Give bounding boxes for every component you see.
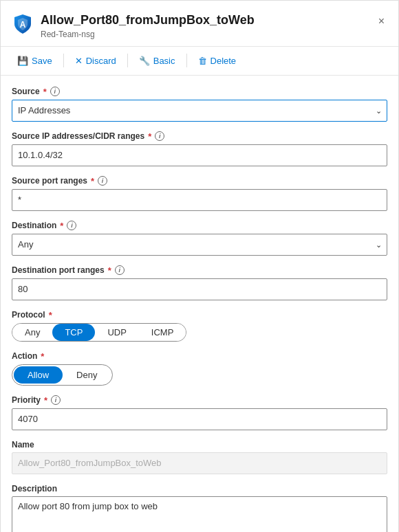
destination-port-info-icon[interactable]: i [115, 265, 125, 275]
source-label: Source * i [12, 87, 387, 97]
discard-icon: ✕ [75, 56, 83, 66]
source-port-input[interactable] [12, 189, 387, 211]
destination-port-group: Destination port ranges * i [12, 265, 387, 300]
description-group: Description [12, 484, 387, 532]
action-allow-button[interactable]: Allow [14, 366, 63, 384]
shield-icon: A [12, 13, 34, 35]
description-label: Description [12, 484, 387, 494]
action-required: * [41, 351, 44, 362]
delete-label: Delete [211, 56, 237, 66]
name-label: Name [12, 440, 387, 450]
save-label: Save [32, 56, 52, 66]
source-port-info-icon[interactable]: i [98, 176, 107, 186]
wrench-icon: 🔧 [139, 56, 150, 66]
source-info-icon[interactable]: i [50, 87, 60, 96]
toolbar-separator-3 [186, 54, 187, 67]
source-port-required: * [91, 176, 94, 186]
priority-input[interactable] [12, 408, 387, 430]
protocol-toggle-group: Any TCP UDP ICMP [12, 323, 186, 342]
source-group: Source * i IP Addresses Any Service Tag … [12, 87, 387, 122]
priority-info-icon[interactable]: i [51, 395, 61, 405]
priority-label: Priority * i [12, 395, 387, 406]
protocol-group: Protocol * Any TCP UDP ICMP [12, 310, 387, 342]
name-input [12, 452, 387, 474]
action-deny-button[interactable]: Deny [63, 366, 111, 384]
basic-label: Basic [153, 56, 175, 66]
source-ip-required: * [148, 131, 151, 142]
protocol-required: * [49, 310, 52, 320]
discard-label: Discard [86, 56, 116, 66]
destination-select-wrapper: Any IP Addresses Service Tag Application… [12, 234, 387, 256]
delete-icon: 🗑 [198, 56, 207, 66]
toolbar-separator-2 [127, 54, 128, 67]
destination-select[interactable]: Any IP Addresses Service Tag Application… [12, 234, 387, 256]
source-port-group: Source port ranges * i [12, 176, 387, 211]
action-toggle-group: Allow Deny [12, 364, 113, 386]
source-ip-info-icon[interactable]: i [155, 131, 164, 141]
source-ip-input[interactable] [12, 144, 387, 166]
toolbar: 💾 Save ✕ Discard 🔧 Basic 🗑 Delete [1, 47, 398, 76]
toolbar-separator [63, 54, 64, 67]
header-text: Allow_Port80_fromJumpBox_toWeb Red-Team-… [41, 13, 376, 39]
source-port-label: Source port ranges * i [12, 176, 387, 186]
protocol-label: Protocol * [12, 310, 387, 320]
action-label: Action * [12, 351, 387, 362]
protocol-any-button[interactable]: Any [12, 324, 52, 341]
save-button[interactable]: 💾 Save [12, 52, 58, 69]
panel-title: Allow_Port80_fromJumpBox_toWeb [41, 13, 376, 28]
source-ip-label: Source IP addresses/CIDR ranges * i [12, 131, 387, 142]
destination-port-required: * [108, 265, 111, 276]
delete-button[interactable]: 🗑 Delete [193, 52, 242, 69]
form-body: Source * i IP Addresses Any Service Tag … [1, 76, 398, 532]
basic-button[interactable]: 🔧 Basic [133, 52, 181, 69]
save-icon: 💾 [17, 56, 28, 66]
priority-group: Priority * i [12, 395, 387, 430]
destination-port-input[interactable] [12, 278, 387, 300]
destination-info-icon[interactable]: i [67, 221, 76, 230]
source-select-wrapper: IP Addresses Any Service Tag Application… [12, 100, 387, 122]
destination-required: * [60, 221, 63, 231]
action-group: Action * Allow Deny [12, 351, 387, 386]
panel: A Allow_Port80_fromJumpBox_toWeb Red-Tea… [0, 0, 399, 532]
source-ip-group: Source IP addresses/CIDR ranges * i [12, 131, 387, 166]
source-select[interactable]: IP Addresses Any Service Tag Application… [12, 100, 387, 122]
name-group: Name [12, 440, 387, 474]
panel-subtitle: Red-Team-nsg [41, 30, 376, 39]
priority-required: * [44, 395, 47, 406]
close-button[interactable]: × [376, 13, 387, 30]
description-textarea[interactable] [12, 496, 387, 532]
protocol-udp-button[interactable]: UDP [95, 324, 138, 341]
discard-button[interactable]: ✕ Discard [69, 52, 122, 69]
source-required: * [43, 87, 47, 97]
svg-text:A: A [20, 20, 26, 30]
destination-label: Destination * i [12, 221, 387, 231]
destination-port-label: Destination port ranges * i [12, 265, 387, 276]
protocol-icmp-button[interactable]: ICMP [139, 324, 186, 341]
destination-group: Destination * i Any IP Addresses Service… [12, 221, 387, 256]
panel-header: A Allow_Port80_fromJumpBox_toWeb Red-Tea… [1, 1, 398, 47]
protocol-tcp-button[interactable]: TCP [52, 324, 95, 341]
